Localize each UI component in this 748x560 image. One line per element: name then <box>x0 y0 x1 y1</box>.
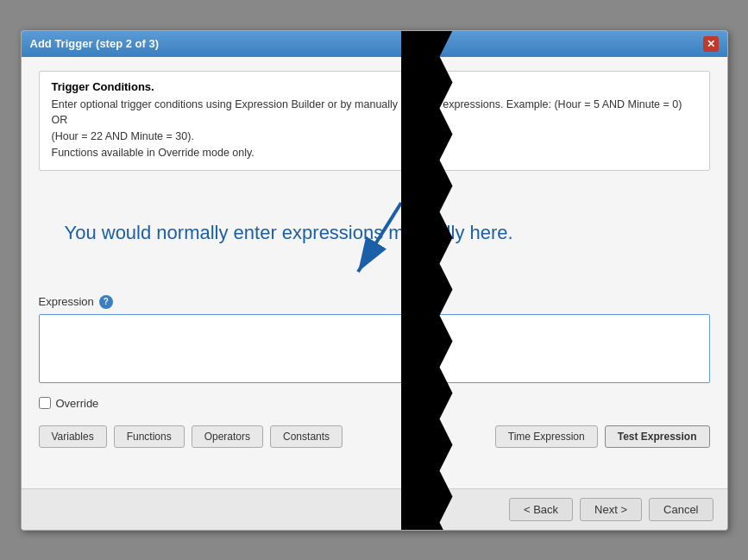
expression-label-row: Expression ? <box>39 295 710 309</box>
svg-line-1 <box>358 203 401 272</box>
info-box: Trigger Conditions. Enter optional trigg… <box>39 71 710 171</box>
constants-button[interactable]: Constants <box>270 425 343 448</box>
override-label: Override <box>56 397 99 410</box>
override-row: Override <box>39 397 710 410</box>
back-button[interactable]: < Back <box>509 498 573 521</box>
add-trigger-dialog: Add Trigger (step 2 of 3) ✕ Trigger Cond… <box>21 30 728 531</box>
dialog-body: Trigger Conditions. Enter optional trigg… <box>22 57 727 488</box>
title-bar: Add Trigger (step 2 of 3) ✕ <box>22 31 727 57</box>
dialog-footer: < Back Next > Cancel <box>22 488 727 530</box>
expression-input[interactable] <box>39 314 710 383</box>
expression-buttons-row: Variables Functions Operators Constants … <box>39 425 710 448</box>
annotation-area: You would normally enter expressions man… <box>39 181 710 285</box>
next-button[interactable]: Next > <box>580 498 642 521</box>
expression-section: Expression ? <box>39 295 710 383</box>
close-button[interactable]: ✕ <box>703 36 719 52</box>
functions-button[interactable]: Functions <box>114 425 185 448</box>
info-line3: Functions available in Override mode onl… <box>52 145 697 161</box>
annotation-arrow <box>332 198 436 285</box>
test-expression-button[interactable]: Test Expression <box>605 425 710 448</box>
cancel-button[interactable]: Cancel <box>649 498 713 521</box>
info-line1: Enter optional trigger conditions using … <box>52 97 697 129</box>
dialog-title: Add Trigger (step 2 of 3) <box>30 37 160 50</box>
expression-label: Expression <box>39 295 94 308</box>
info-title: Trigger Conditions. <box>52 80 697 93</box>
variables-button[interactable]: Variables <box>39 425 107 448</box>
expression-help-icon[interactable]: ? <box>99 295 113 309</box>
time-expression-button[interactable]: Time Expression <box>495 425 598 448</box>
annotation-text: You would normally enter expressions man… <box>65 222 513 244</box>
operators-button[interactable]: Operators <box>192 425 263 448</box>
override-checkbox[interactable] <box>39 397 51 409</box>
info-line2: (Hour = 22 AND Minute = 30). <box>52 129 697 145</box>
